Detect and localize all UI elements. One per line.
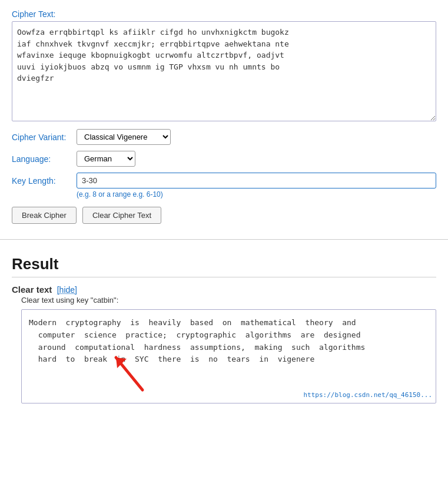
result-divider — [12, 277, 436, 277]
key-length-row: Key Length: (e.g. 8 or a range e.g. 6-10… — [12, 173, 436, 199]
key-length-hint: (e.g. 8 or a range e.g. 6-10) — [77, 190, 436, 199]
top-section: Cipher Text: Oowfza errqbbirtqpl ks afii… — [0, 0, 448, 233]
result-section: Result Clear text [hide] Clear text usin… — [0, 246, 448, 413]
key-length-label: Key Length: — [12, 173, 77, 186]
section-divider — [0, 239, 448, 240]
clear-cipher-text-button[interactable]: Clear Cipher Text — [82, 207, 161, 224]
result-text: Modern cryptography is heavily based on … — [29, 317, 429, 366]
language-row: Language: English German French Spanish — [12, 151, 436, 167]
cipher-variant-select[interactable]: Classical Vigenere Beaufort Variant Beau… — [77, 129, 171, 145]
break-cipher-button[interactable]: Break Cipher — [12, 207, 77, 224]
clear-text-label: Clear text — [12, 284, 52, 295]
language-select[interactable]: English German French Spanish — [77, 151, 135, 167]
cipher-variant-label: Cipher Variant: — [12, 133, 77, 142]
cipher-variant-row: Cipher Variant: Classical Vigenere Beauf… — [12, 129, 436, 145]
key-length-col: (e.g. 8 or a range e.g. 6-10) — [77, 173, 436, 199]
arrow-icon — [104, 346, 151, 393]
result-box: Modern cryptography is heavily based on … — [21, 309, 436, 403]
language-label: Language: — [12, 154, 77, 164]
cipher-text-input[interactable]: Oowfza errqbbirtqpl ks afiiklr cifgd ho … — [12, 21, 436, 121]
watermark: https://blog.csdn.net/qq_46150... — [303, 390, 432, 401]
clear-text-subtitle: Clear text using key "catbin": — [21, 296, 436, 305]
result-box-wrapper: Modern cryptography is heavily based on … — [12, 309, 436, 403]
hide-link[interactable]: [hide] — [57, 285, 77, 295]
button-row: Break Cipher Clear Cipher Text — [12, 207, 436, 224]
cipher-text-label: Cipher Text: — [12, 9, 436, 19]
arrow-annotation — [104, 346, 151, 397]
key-length-input[interactable] — [77, 173, 436, 188]
clear-text-heading: Clear text [hide] — [12, 284, 436, 295]
result-title: Result — [12, 255, 436, 273]
